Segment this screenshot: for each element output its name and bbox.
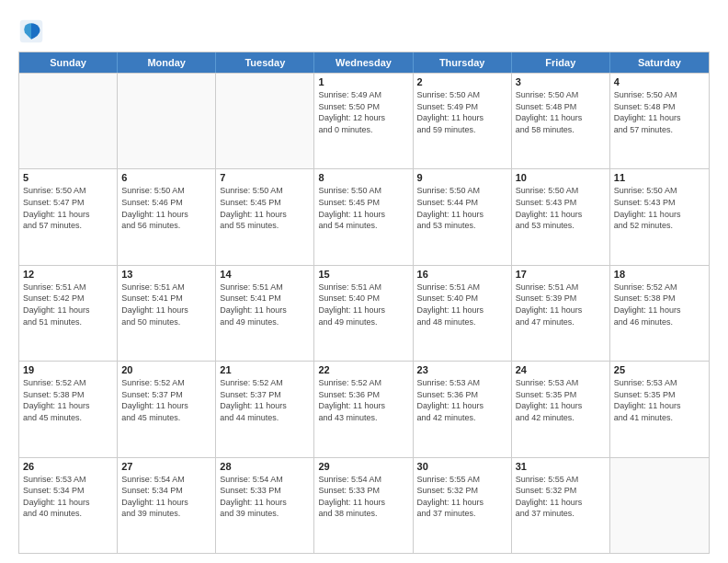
cell-day-number: 20 — [121, 364, 211, 375]
cell-day-number: 3 — [516, 76, 606, 87]
cell-day-number: 21 — [220, 364, 310, 375]
calendar-cell: 21Sunrise: 5:52 AM Sunset: 5:37 PM Dayli… — [216, 362, 314, 456]
cell-info: Sunrise: 5:49 AM Sunset: 5:50 PM Dayligh… — [318, 89, 408, 135]
calendar-row: 12Sunrise: 5:51 AM Sunset: 5:42 PM Dayli… — [19, 265, 709, 361]
cell-day-number: 22 — [318, 364, 408, 375]
weekday-header: Tuesday — [216, 52, 314, 73]
calendar-cell: 4Sunrise: 5:50 AM Sunset: 5:48 PM Daylig… — [610, 74, 709, 168]
cell-day-number: 6 — [121, 172, 211, 183]
cell-info: Sunrise: 5:51 AM Sunset: 5:41 PM Dayligh… — [121, 282, 211, 327]
cell-info: Sunrise: 5:52 AM Sunset: 5:36 PM Dayligh… — [318, 377, 408, 423]
calendar-cell: 22Sunrise: 5:52 AM Sunset: 5:36 PM Dayli… — [314, 362, 413, 456]
calendar-cell: 15Sunrise: 5:51 AM Sunset: 5:40 PM Dayli… — [314, 266, 413, 361]
cell-info: Sunrise: 5:53 AM Sunset: 5:35 PM Dayligh… — [614, 377, 705, 423]
calendar-cell: 18Sunrise: 5:52 AM Sunset: 5:38 PM Dayli… — [610, 266, 709, 361]
cell-day-number: 25 — [614, 364, 705, 375]
calendar-row: 1Sunrise: 5:49 AM Sunset: 5:50 PM Daylig… — [19, 73, 709, 168]
cell-info: Sunrise: 5:50 AM Sunset: 5:45 PM Dayligh… — [318, 185, 408, 231]
cell-info: Sunrise: 5:50 AM Sunset: 5:43 PM Dayligh… — [516, 185, 606, 231]
cell-day-number: 27 — [121, 461, 211, 472]
weekday-header: Sunday — [19, 52, 118, 73]
cell-day-number: 31 — [516, 461, 606, 472]
cell-info: Sunrise: 5:50 AM Sunset: 5:43 PM Dayligh… — [614, 185, 705, 231]
cell-info: Sunrise: 5:51 AM Sunset: 5:39 PM Dayligh… — [516, 282, 606, 327]
cell-info: Sunrise: 5:50 AM Sunset: 5:45 PM Dayligh… — [220, 185, 310, 231]
cell-day-number: 19 — [23, 364, 113, 375]
cell-day-number: 9 — [417, 172, 507, 183]
cell-day-number: 10 — [516, 172, 606, 183]
cell-info: Sunrise: 5:50 AM Sunset: 5:46 PM Dayligh… — [121, 185, 211, 231]
cell-day-number: 8 — [318, 172, 408, 183]
calendar-cell: 6Sunrise: 5:50 AM Sunset: 5:46 PM Daylig… — [118, 169, 216, 264]
cell-day-number: 12 — [23, 269, 113, 280]
cell-info: Sunrise: 5:54 AM Sunset: 5:34 PM Dayligh… — [121, 474, 211, 520]
calendar-row: 19Sunrise: 5:52 AM Sunset: 5:38 PM Dayli… — [19, 361, 709, 456]
cell-info: Sunrise: 5:53 AM Sunset: 5:35 PM Dayligh… — [516, 377, 606, 423]
weekday-header: Thursday — [414, 52, 512, 73]
cell-day-number: 4 — [614, 76, 705, 87]
calendar-cell: 28Sunrise: 5:54 AM Sunset: 5:33 PM Dayli… — [216, 458, 314, 553]
calendar-cell: 16Sunrise: 5:51 AM Sunset: 5:40 PM Dayli… — [414, 266, 512, 361]
cell-info: Sunrise: 5:53 AM Sunset: 5:36 PM Dayligh… — [417, 377, 507, 423]
cell-day-number: 11 — [614, 172, 705, 183]
calendar-cell — [19, 74, 118, 168]
weekday-header: Monday — [118, 52, 216, 73]
cell-info: Sunrise: 5:52 AM Sunset: 5:37 PM Dayligh… — [121, 377, 211, 423]
cell-day-number: 16 — [417, 269, 507, 280]
cell-info: Sunrise: 5:52 AM Sunset: 5:37 PM Dayligh… — [220, 377, 310, 423]
cell-info: Sunrise: 5:51 AM Sunset: 5:40 PM Dayligh… — [318, 282, 408, 327]
calendar-cell — [610, 458, 709, 553]
cell-day-number: 17 — [516, 269, 606, 280]
calendar-cell: 26Sunrise: 5:53 AM Sunset: 5:34 PM Dayli… — [19, 458, 118, 553]
calendar-body: 1Sunrise: 5:49 AM Sunset: 5:50 PM Daylig… — [19, 73, 709, 553]
cell-day-number: 1 — [318, 76, 408, 87]
cell-info: Sunrise: 5:50 AM Sunset: 5:49 PM Dayligh… — [417, 89, 507, 135]
cell-info: Sunrise: 5:52 AM Sunset: 5:38 PM Dayligh… — [614, 282, 705, 327]
calendar-cell: 23Sunrise: 5:53 AM Sunset: 5:36 PM Dayli… — [414, 362, 512, 456]
calendar-cell: 3Sunrise: 5:50 AM Sunset: 5:48 PM Daylig… — [512, 74, 610, 168]
calendar-cell — [118, 74, 216, 168]
calendar-cell: 31Sunrise: 5:55 AM Sunset: 5:32 PM Dayli… — [512, 458, 610, 553]
cell-day-number: 5 — [23, 172, 113, 183]
calendar: SundayMondayTuesdayWednesdayThursdayFrid… — [18, 52, 710, 554]
cell-info: Sunrise: 5:55 AM Sunset: 5:32 PM Dayligh… — [516, 474, 606, 520]
cell-info: Sunrise: 5:53 AM Sunset: 5:34 PM Dayligh… — [23, 474, 113, 520]
cell-info: Sunrise: 5:52 AM Sunset: 5:38 PM Dayligh… — [23, 377, 113, 423]
cell-day-number: 15 — [318, 269, 408, 280]
cell-day-number: 23 — [417, 364, 507, 375]
cell-day-number: 28 — [220, 461, 310, 472]
calendar-cell: 9Sunrise: 5:50 AM Sunset: 5:44 PM Daylig… — [414, 169, 512, 264]
calendar-cell: 20Sunrise: 5:52 AM Sunset: 5:37 PM Dayli… — [118, 362, 216, 456]
cell-info: Sunrise: 5:50 AM Sunset: 5:48 PM Dayligh… — [614, 89, 705, 135]
calendar-header: SundayMondayTuesdayWednesdayThursdayFrid… — [19, 52, 709, 73]
calendar-cell: 27Sunrise: 5:54 AM Sunset: 5:34 PM Dayli… — [118, 458, 216, 553]
calendar-cell: 17Sunrise: 5:51 AM Sunset: 5:39 PM Dayli… — [512, 266, 610, 361]
cell-day-number: 30 — [417, 461, 507, 472]
logo — [18, 18, 48, 44]
calendar-cell: 14Sunrise: 5:51 AM Sunset: 5:41 PM Dayli… — [216, 266, 314, 361]
calendar-cell: 25Sunrise: 5:53 AM Sunset: 5:35 PM Dayli… — [610, 362, 709, 456]
weekday-header: Friday — [512, 52, 610, 73]
cell-info: Sunrise: 5:51 AM Sunset: 5:40 PM Dayligh… — [417, 282, 507, 327]
calendar-row: 5Sunrise: 5:50 AM Sunset: 5:47 PM Daylig… — [19, 168, 709, 264]
calendar-cell — [216, 74, 314, 168]
calendar-cell: 11Sunrise: 5:50 AM Sunset: 5:43 PM Dayli… — [610, 169, 709, 264]
cell-day-number: 13 — [121, 269, 211, 280]
cell-info: Sunrise: 5:51 AM Sunset: 5:42 PM Dayligh… — [23, 282, 113, 327]
calendar-cell: 12Sunrise: 5:51 AM Sunset: 5:42 PM Dayli… — [19, 266, 118, 361]
cell-info: Sunrise: 5:50 AM Sunset: 5:47 PM Dayligh… — [23, 185, 113, 231]
calendar-cell: 10Sunrise: 5:50 AM Sunset: 5:43 PM Dayli… — [512, 169, 610, 264]
calendar-cell: 13Sunrise: 5:51 AM Sunset: 5:41 PM Dayli… — [118, 266, 216, 361]
calendar-cell: 2Sunrise: 5:50 AM Sunset: 5:49 PM Daylig… — [414, 74, 512, 168]
calendar-cell: 1Sunrise: 5:49 AM Sunset: 5:50 PM Daylig… — [314, 74, 413, 168]
calendar-cell: 24Sunrise: 5:53 AM Sunset: 5:35 PM Dayli… — [512, 362, 610, 456]
cell-info: Sunrise: 5:54 AM Sunset: 5:33 PM Dayligh… — [318, 474, 408, 520]
page: SundayMondayTuesdayWednesdayThursdayFrid… — [0, 0, 728, 563]
cell-day-number: 14 — [220, 269, 310, 280]
cell-day-number: 18 — [614, 269, 705, 280]
header — [18, 15, 710, 44]
cell-info: Sunrise: 5:50 AM Sunset: 5:48 PM Dayligh… — [516, 89, 606, 135]
cell-info: Sunrise: 5:51 AM Sunset: 5:41 PM Dayligh… — [220, 282, 310, 327]
calendar-cell: 5Sunrise: 5:50 AM Sunset: 5:47 PM Daylig… — [19, 169, 118, 264]
calendar-cell: 30Sunrise: 5:55 AM Sunset: 5:32 PM Dayli… — [414, 458, 512, 553]
